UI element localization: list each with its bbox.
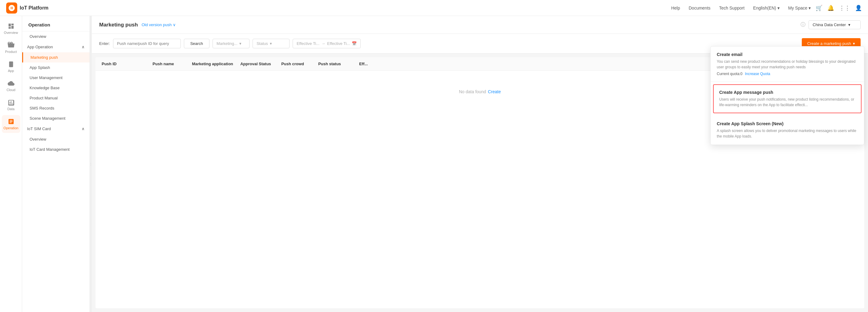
create-dropdown-panel: Create email You can send new product re…: [710, 46, 864, 145]
header-right: ⓘ China Data Center ▾: [801, 20, 861, 29]
sidebar-label-data: Data: [7, 107, 14, 111]
page-header: Marketing push Old version push ∨ ⓘ Chin…: [92, 16, 868, 34]
nav-item-marketing-push[interactable]: Marketing push: [22, 52, 90, 63]
col-marketing-app: Marketing application: [188, 62, 237, 66]
sidebar-item-cloud[interactable]: Cloud: [2, 77, 20, 95]
nav-item-sms-records[interactable]: SMS Records: [22, 103, 90, 113]
chevron-up-icon: ∧: [82, 45, 85, 49]
create-email-title: Create email: [717, 52, 858, 57]
nav-section-app-operation[interactable]: App Operation ∧: [22, 41, 90, 52]
sidebar-label-product: Product: [5, 50, 17, 54]
nav-menu-title: Operation: [22, 16, 90, 31]
tuya-logo: [6, 2, 17, 13]
no-data-create-link[interactable]: Create: [488, 89, 501, 94]
filter-enter-label: Enter:: [99, 41, 110, 46]
create-app-message-desc: Users will receive your push notificatio…: [719, 97, 856, 108]
create-email-option[interactable]: Create email You can send new product re…: [711, 46, 864, 82]
create-btn-chevron-icon: ▾: [853, 41, 855, 46]
col-approval-status: Approval Status: [237, 62, 274, 66]
increase-quota-link[interactable]: Increase Quota: [745, 72, 770, 76]
sidebar-item-app[interactable]: App: [2, 58, 20, 76]
nav-section-iot-sim[interactable]: IoT SIM Card ∧: [22, 124, 90, 134]
create-email-desc: You can send new product recommendations…: [717, 59, 858, 70]
dropdown-chevron-icon: ▾: [848, 23, 850, 27]
top-nav: IoT Platform Help Documents Tech Support…: [0, 0, 868, 16]
search-button[interactable]: Search: [184, 39, 210, 48]
user-avatar[interactable]: 👤: [855, 5, 862, 11]
col-push-crowd: Push crowd: [274, 62, 311, 66]
documents-link[interactable]: Documents: [689, 5, 711, 10]
create-app-splash-title: Create App Splash Screen (New): [717, 121, 858, 126]
notification-icon[interactable]: 🔔: [827, 5, 834, 11]
nav-item-iot-card-management[interactable]: IoT Card Management: [22, 144, 90, 154]
date-range-picker[interactable]: Effective Ti... → Effective Ti... 📅: [292, 39, 361, 48]
create-app-message-option[interactable]: Create App message push Users will recei…: [713, 84, 862, 113]
create-app-message-title: Create App message push: [719, 90, 856, 95]
nav-item-overview-sim[interactable]: Overview: [22, 134, 90, 144]
nav-links: Help Documents Tech Support English(EN) …: [671, 5, 811, 10]
quota-line: Current quota:0 Increase Quota: [717, 72, 858, 76]
icon-sidebar: Overview Product App Cloud Data Operatio…: [0, 16, 22, 312]
sidebar-label-operation: Operation: [3, 126, 18, 130]
nav-item-knowledge-base[interactable]: Knowledge Base: [22, 83, 90, 93]
marketing-chevron-icon: ▾: [239, 41, 242, 46]
col-push-name: Push name: [138, 62, 188, 66]
search-input[interactable]: [113, 39, 181, 48]
nav-icons: 🛒 🔔 ⋮⋮ 👤: [816, 5, 862, 11]
status-filter[interactable]: Status ▾: [253, 39, 289, 48]
logo-area: IoT Platform: [6, 2, 49, 13]
marketing-filter[interactable]: Marketing... ▾: [213, 39, 249, 48]
col-push-id: Push ID: [102, 62, 138, 66]
svg-rect-0: [9, 62, 13, 67]
help-link[interactable]: Help: [671, 5, 680, 10]
chevron-down-icon: ∨: [173, 23, 176, 27]
page-title: Marketing push: [99, 22, 138, 28]
info-icon[interactable]: ⓘ: [801, 22, 805, 28]
language-dropdown[interactable]: English(EN) ▾: [753, 5, 780, 10]
cart-icon[interactable]: 🛒: [816, 5, 823, 11]
apps-icon[interactable]: ⋮⋮: [839, 5, 850, 11]
calendar-icon: 📅: [352, 41, 357, 46]
sidebar-label-overview: Overview: [4, 31, 18, 34]
my-space-dropdown[interactable]: My Space ▾: [788, 5, 811, 10]
sidebar-item-operation[interactable]: Operation: [2, 115, 20, 133]
nav-item-user-management[interactable]: User Management: [22, 73, 90, 83]
nav-item-product-manual[interactable]: Product Manual: [22, 93, 90, 103]
logo-text: IoT Platform: [20, 5, 49, 11]
create-app-splash-desc: A splash screen allows you to deliver pr…: [717, 128, 858, 139]
nav-item-scene-management[interactable]: Scene Management: [22, 113, 90, 124]
sidebar-item-data[interactable]: Data: [2, 96, 20, 114]
create-app-splash-option[interactable]: Create App Splash Screen (New) A splash …: [711, 116, 864, 145]
nav-overview-main[interactable]: Overview: [22, 31, 90, 41]
sidebar-item-overview[interactable]: Overview: [2, 20, 20, 38]
chevron-up-icon-2: ∧: [82, 127, 85, 131]
nav-menu: Operation Overview App Operation ∧ Marke…: [22, 16, 90, 312]
col-effective: Eff...: [348, 62, 379, 66]
data-center-select[interactable]: China Data Center ▾: [809, 20, 861, 29]
old-version-link[interactable]: Old version push ∨: [142, 23, 176, 27]
sidebar-label-cloud: Cloud: [6, 88, 16, 92]
sidebar-item-product[interactable]: Product: [2, 39, 20, 57]
nav-item-app-splash[interactable]: App Splash: [22, 63, 90, 73]
col-push-status: Push status: [311, 62, 348, 66]
tech-support-link[interactable]: Tech Support: [719, 5, 745, 10]
sidebar-label-app: App: [8, 69, 14, 73]
status-chevron-icon: ▾: [270, 41, 272, 46]
